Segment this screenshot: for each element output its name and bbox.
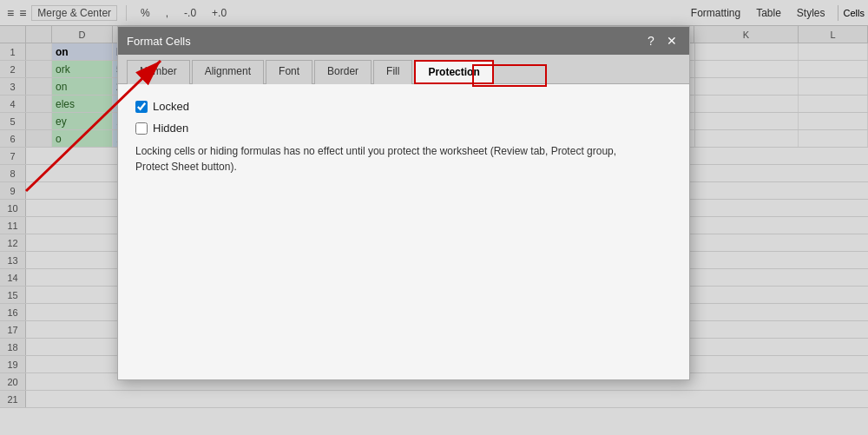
dialog-close-button[interactable]: ✕ [663,32,681,49]
locked-row: Locked [135,100,672,113]
tab-font[interactable]: Font [266,60,312,84]
dialog-tabs: Number Alignment Font Border Fill Protec… [118,55,689,84]
tab-border[interactable]: Border [314,60,372,84]
dialog-titlebar: Format Cells ? ✕ [118,27,689,55]
format-cells-dialog: Format Cells ? ✕ Number Alignment Font B… [117,26,690,380]
locked-checkbox[interactable] [135,101,148,113]
hidden-checkbox[interactable] [135,122,148,135]
tab-number[interactable]: Number [127,60,190,84]
tab-alignment[interactable]: Alignment [192,60,264,84]
dialog-content: Locked Hidden Locking cells or hiding fo… [118,84,689,379]
hidden-row: Hidden [135,122,672,135]
dialog-help-button[interactable]: ? [642,32,660,49]
locked-label[interactable]: Locked [153,100,189,113]
tab-protection[interactable]: Protection [414,60,493,84]
titlebar-controls: ? ✕ [642,32,681,49]
hidden-label[interactable]: Hidden [153,122,188,135]
protection-info-text: Locking cells or hiding formulas has no … [135,143,639,175]
tab-fill[interactable]: Fill [373,60,412,84]
dialog-title: Format Cells [127,35,191,48]
